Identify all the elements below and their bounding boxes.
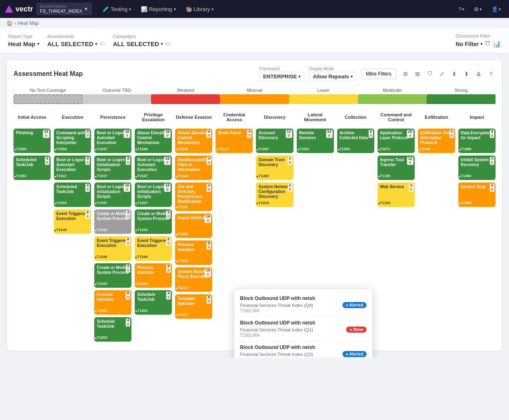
expand-arrow-icon: ▸: [136, 175, 137, 178]
technique-card[interactable]: 16 0 Boot or Logon Initialization Script…: [94, 182, 131, 207]
technique-card[interactable]: 4 0 Scheduled Task/Job T1053 ▸: [13, 156, 51, 180]
tactic-header: Execution: [54, 109, 91, 125]
technique-id: T1016: [258, 201, 291, 205]
env-label: ENVIRONMENT: [40, 4, 82, 9]
filter-icon[interactable]: ⛉: [485, 41, 490, 47]
technique-id: T1543: [137, 228, 169, 232]
nav-items: 🧪 Testing ▾ 📊 Reporting ▾ 📚 Library ▾: [98, 4, 218, 15]
technique-card[interactable]: 4 0 Data Encrypted for Impact T1486 ▸: [458, 129, 496, 153]
environment-selector[interactable]: ENVIRONMENT FS_THREAT_INDEX ▼: [36, 3, 92, 15]
technique-id: T1546: [137, 255, 169, 259]
technique-card[interactable]: 4 0 System Network Configuration Discove…: [256, 182, 293, 207]
technique-card[interactable]: 8 0 Process Injection T1055 ▸: [94, 290, 131, 315]
technique-card[interactable]: 12 0 Account Discovery T1087 ▸: [256, 129, 293, 153]
circle-down-icon[interactable]: ⬇: [450, 69, 459, 78]
technique-id: T1110: [218, 147, 250, 151]
settings-icon[interactable]: ⚙: [401, 69, 410, 78]
nav-library[interactable]: 📚 Library ▾: [182, 4, 218, 15]
occurrence-select[interactable]: No Filter ▾: [456, 41, 482, 47]
technique-card[interactable]: 8 0 Event Triggered Execution T1546 ▸: [54, 209, 91, 234]
technique-card[interactable]: 4 0 Deobfuscate/Decode Files or Informat…: [175, 156, 212, 180]
technique-card[interactable]: 4 0 Create or Modify System Process T154…: [135, 209, 172, 234]
tactic-column: Command and Control 20 4 Application Lay…: [378, 109, 415, 344]
technique-badge: 4 0: [45, 157, 49, 165]
technique-card[interactable]: 4 0 Brute Force T1110 ▸: [216, 129, 253, 153]
popup-item[interactable]: Block Outbound UDP with netsh Financial …: [234, 317, 372, 341]
technique-card[interactable]: 4 0 Abuse Elevation Control Mechanism T1…: [175, 129, 212, 153]
popup-item-title: Block Outbound UDP with netsh: [240, 320, 367, 326]
expand-arrow-icon: ▸: [14, 175, 16, 178]
technique-card[interactable]: 4 0 File and Directory Permissions Modif…: [175, 182, 212, 211]
mitre-filters-button[interactable]: Mitre Filters: [361, 69, 396, 79]
technique-card[interactable]: 4 0 Schedule Task/Job T1053 ▸: [135, 290, 172, 315]
technique-card[interactable]: 4 0 Schedule Task/Job T1053 ▸: [94, 317, 131, 342]
report-type-select[interactable]: Heat Map ▾: [8, 40, 39, 47]
technique-card[interactable]: 16 0 Boot or Logon Autostart Execution T…: [135, 156, 172, 180]
popup-item-title: Block Outbound UDP with netsh: [240, 344, 367, 350]
technique-id: T1489: [461, 201, 493, 205]
technique-card[interactable]: 4 0 Command and Scripting Interpreter T1…: [54, 129, 91, 153]
technique-card[interactable]: 8 0 Event Triggered Execution T1546 ▸: [94, 236, 131, 261]
settings-button[interactable]: ⚙ ▾: [471, 4, 485, 14]
status-badge: ● Alerted: [342, 302, 367, 308]
user-button[interactable]: 👤 ▾: [488, 4, 504, 14]
legend-item: Outcome TBD: [82, 88, 151, 104]
occurrence-label: Occurrence Filter: [456, 33, 501, 38]
topnav: vectr ENVIRONMENT FS_THREAT_INDEX ▼ 🧪 Te…: [0, 0, 509, 18]
tags-icon[interactable]: 🏷: [165, 41, 171, 47]
technique-card[interactable]: 4 0 Exfiltration Over Alternative Protoc…: [418, 129, 455, 153]
technique-card[interactable]: 24 0 Phishing T1566 ▸: [13, 129, 51, 153]
display-select[interactable]: Allow Repeats ▾: [309, 72, 356, 81]
technique-card[interactable]: 16 0 Abuse Elevation Control Mechanism T…: [135, 129, 172, 153]
popup-item[interactable]: Block Outbound UDP with netsh Financial …: [234, 341, 372, 358]
popup-item[interactable]: Block Outbound UDP with netsh Financial …: [234, 292, 372, 317]
technique-id: T1562: [178, 232, 210, 236]
popup-scroll: Block Outbound UDP with netsh Financial …: [234, 289, 372, 358]
technique-card[interactable]: 4 0 Boot or Logon Autostart Execution T1…: [54, 156, 91, 180]
technique-card[interactable]: 24 0 Remote Services T1021 ▸: [297, 129, 334, 153]
help-button[interactable]: ? ▾: [455, 4, 467, 14]
framework-select[interactable]: ENTERPRISE ▾: [259, 72, 304, 81]
technique-card[interactable]: 4 0 Create or Modify System Process T154…: [94, 263, 131, 288]
technique-card[interactable]: 16 0 Boot or Logon Initialization Script…: [135, 182, 172, 207]
technique-card[interactable]: 4 0 Web Service T1102 ▸: [378, 182, 415, 207]
technique-card[interactable]: 4 0 Boot or Logon Initialization Scripts…: [94, 156, 131, 180]
assessments-select[interactable]: ALL SELECTED ▾: [47, 40, 97, 47]
ampersand-icon[interactable]: &: [474, 69, 483, 78]
technique-title: Scheduled Task/Job: [16, 158, 48, 167]
technique-card[interactable]: 4 0 Archive Collected Data T1560 ▸: [337, 129, 374, 153]
technique-card[interactable]: 20 4 Application Layer Protocol T1071 ▸: [378, 129, 415, 153]
technique-card[interactable]: 4 0 Create or Modify System Process T154…: [94, 209, 131, 234]
technique-card[interactable]: 4 0 Inhibit System Recovery T1490 ▸: [458, 156, 496, 180]
legend-item: Moderate: [358, 88, 427, 104]
technique-title: Exfiltration Over Alternative Protocol: [420, 131, 453, 145]
filter-icon[interactable]: ⛉: [425, 69, 434, 78]
nav-testing[interactable]: 🧪 Testing ▾: [98, 4, 135, 15]
technique-card[interactable]: 4 0 Domain Trust Discovery T1482 ▸: [256, 156, 293, 180]
nav-reporting[interactable]: 📊 Reporting ▾: [137, 4, 180, 15]
home-icon[interactable]: 🏠: [7, 20, 13, 26]
technique-card[interactable]: 8 0 Event Triggered Execution T1546 ▸: [135, 236, 172, 261]
logo[interactable]: vectr: [5, 5, 33, 13]
technique-card[interactable]: 4 0 Service Stop T1489 ▸: [458, 182, 496, 207]
campaigns-select[interactable]: ALL SELECTED ▾: [113, 40, 163, 47]
technique-card[interactable]: 16 0 Boot or Logon Autostart Execution T…: [94, 129, 131, 153]
tags-icon[interactable]: 🏷: [100, 41, 105, 47]
filter-bar: Report Type Heat Map ▾ Assessments ALL S…: [0, 29, 509, 53]
technique-card[interactable]: 4 0 Scheduled Task/Job T1053 ▸: [54, 182, 91, 207]
chevron-down-icon: ▾: [95, 42, 97, 46]
technique-card[interactable]: 8 0 Template Injection T1221 ▸: [175, 294, 212, 319]
technique-card[interactable]: 12 0 Ingress Tool Transfer T1105 ▸: [378, 156, 415, 180]
expand-icon[interactable]: ⤢: [438, 69, 447, 78]
tactic-column: Privilege Escalation 16 0 Abuse Elevatio…: [135, 109, 172, 344]
technique-card[interactable]: 8 0 Process Injection T1055 ▸: [175, 240, 212, 265]
chart-icon[interactable]: 📊: [493, 40, 501, 48]
help-icon[interactable]: ?: [487, 69, 496, 78]
grid-icon[interactable]: ⊞: [413, 69, 422, 78]
technique-card[interactable]: 8 0 Process Injection T1055 ▸: [135, 263, 172, 288]
technique-card[interactable]: 16 0 System Binary Proxy Execution T1218…: [175, 267, 212, 292]
technique-id: T1055: [137, 282, 169, 286]
download-icon[interactable]: ⬇: [462, 69, 471, 78]
technique-card[interactable]: 16 0 Impair Defenses T1562 ▸: [175, 213, 212, 238]
technique-title: Create or Modify System Process: [97, 211, 129, 221]
